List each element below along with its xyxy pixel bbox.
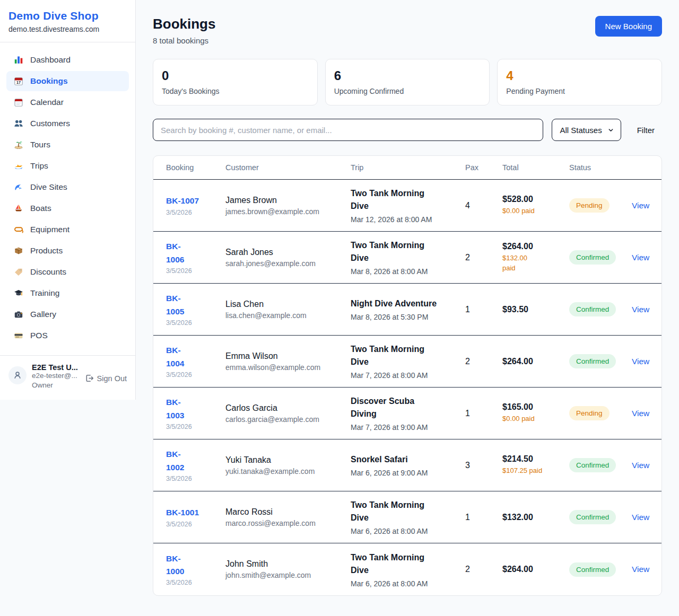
view-link[interactable]: View bbox=[632, 409, 649, 418]
search-input[interactable] bbox=[153, 119, 543, 141]
brand-block: Demo Dive Shop demo.test.divestreams.com bbox=[0, 0, 135, 42]
user-info: E2E Test U... e2e-tester@... Owner bbox=[32, 363, 80, 389]
island-icon bbox=[14, 140, 23, 149]
brand-name: Demo Dive Shop bbox=[8, 10, 127, 22]
customer-email: lisa.chen@example.com bbox=[225, 311, 351, 320]
booking-id-link[interactable]: BK- 1004 bbox=[166, 344, 225, 369]
user-role: Owner bbox=[32, 381, 80, 389]
users-icon bbox=[14, 119, 23, 128]
total-cell: $214.50 $107.25 paid bbox=[502, 454, 569, 476]
customer-email: james.brown@example.com bbox=[225, 207, 351, 216]
sidebar-item-discounts[interactable]: Discounts bbox=[6, 262, 129, 282]
pax-cell: 1 bbox=[465, 409, 502, 418]
booking-id-link[interactable]: BK- 1002 bbox=[166, 448, 225, 473]
view-link[interactable]: View bbox=[632, 461, 649, 470]
status-select[interactable]: All Statuses bbox=[552, 119, 621, 141]
trip-date: Mar 7, 2026 at 8:00 AM bbox=[351, 371, 465, 380]
stat-label: Upcoming Confirmed bbox=[334, 87, 481, 95]
sidebar-item-dive-sites[interactable]: Dive Sites bbox=[6, 177, 129, 197]
view-link[interactable]: View bbox=[632, 201, 649, 210]
filter-row: All Statuses Filter bbox=[153, 119, 662, 141]
column-header-status: Status bbox=[569, 163, 632, 172]
sign-out-button[interactable]: Sign Out bbox=[85, 374, 127, 383]
booking-id-link[interactable]: BK- 1000 bbox=[166, 552, 225, 578]
sidebar-item-dashboard[interactable]: Dashboard bbox=[6, 50, 129, 70]
status-cell: Confirmed bbox=[569, 510, 632, 524]
credit-card-icon bbox=[14, 331, 23, 340]
stat-card: 0Today's Bookings bbox=[153, 59, 318, 105]
pax-cell: 1 bbox=[465, 513, 502, 522]
status-badge: Confirmed bbox=[569, 510, 616, 524]
status-badge: Confirmed bbox=[569, 562, 616, 577]
stat-label: Today's Bookings bbox=[162, 87, 309, 95]
status-cell: Pending bbox=[569, 198, 632, 213]
customer-name: Yuki Tanaka bbox=[225, 455, 351, 465]
customer-email: carlos.garcia@example.com bbox=[225, 415, 351, 424]
sidebar-item-label: Boats bbox=[30, 204, 51, 213]
customer-cell: Lisa Chen lisa.chen@example.com bbox=[225, 300, 351, 320]
stat-value: 4 bbox=[506, 68, 653, 83]
view-link[interactable]: View bbox=[632, 357, 649, 366]
sidebar-item-trips[interactable]: Trips bbox=[6, 156, 129, 176]
sidebar-item-tours[interactable]: Tours bbox=[6, 135, 129, 155]
total-amount: $264.00 bbox=[502, 565, 569, 574]
booking-id-link[interactable]: BK-1001 bbox=[166, 506, 225, 519]
pax-cell: 2 bbox=[465, 253, 502, 262]
sidebar-item-calendar[interactable]: Calendar bbox=[6, 92, 129, 112]
sidebar-item-label: Bookings bbox=[30, 76, 68, 86]
app-shell: Demo Dive Shop demo.test.divestreams.com… bbox=[0, 0, 679, 613]
view-link[interactable]: View bbox=[632, 305, 649, 314]
avatar bbox=[8, 366, 27, 384]
sidebar-item-gallery[interactable]: Gallery bbox=[6, 304, 129, 324]
booking-id-link[interactable]: BK- 1005 bbox=[166, 292, 225, 318]
booking-cell: BK- 1004 3/5/2026 bbox=[166, 344, 225, 378]
trip-date: Mar 6, 2026 at 8:00 AM bbox=[351, 579, 465, 588]
table-header-row: BookingCustomerTripPaxTotalStatus bbox=[153, 156, 661, 180]
view-link[interactable]: View bbox=[632, 565, 649, 574]
graduation-cap-icon bbox=[14, 288, 23, 298]
total-cell: $264.00 bbox=[502, 565, 569, 574]
sidebar-item-products[interactable]: Products bbox=[6, 241, 129, 261]
customer-email: emma.wilson@example.com bbox=[225, 363, 351, 372]
paid-amount: $0.00 paid bbox=[502, 414, 569, 424]
booking-id-link[interactable]: BK- 1006 bbox=[166, 240, 225, 266]
status-select-value: All Statuses bbox=[560, 126, 602, 135]
view-link[interactable]: View bbox=[632, 253, 649, 262]
status-badge: Confirmed bbox=[569, 302, 616, 316]
sidebar-item-customers[interactable]: Customers bbox=[6, 113, 129, 134]
sidebar-item-boats[interactable]: Boats bbox=[6, 198, 129, 218]
total-cell: $132.00 bbox=[502, 513, 569, 522]
trip-name: Night Dive Adventure bbox=[351, 297, 465, 310]
trip-date: Mar 6, 2026 at 8:00 AM bbox=[351, 527, 465, 535]
booking-date: 3/5/2026 bbox=[166, 475, 225, 482]
table-row: BK- 1000 3/5/2026 John Smith john.smith@… bbox=[153, 543, 661, 595]
sidebar-item-bookings[interactable]: 17Bookings bbox=[6, 71, 129, 91]
status-cell: Confirmed bbox=[569, 562, 632, 577]
view-link[interactable]: View bbox=[632, 513, 649, 522]
trip-date: Mar 8, 2026 at 8:00 AM bbox=[351, 267, 465, 276]
booking-id-link[interactable]: BK-1007 bbox=[166, 195, 225, 207]
booking-date: 3/5/2026 bbox=[166, 371, 225, 379]
sidebar-item-label: Gallery bbox=[30, 310, 56, 319]
customer-name: James Brown bbox=[225, 196, 351, 205]
stat-value: 6 bbox=[334, 68, 481, 83]
new-booking-button[interactable]: New Booking bbox=[595, 16, 662, 37]
sidebar-item-pos[interactable]: POS bbox=[6, 325, 129, 346]
svg-text:17: 17 bbox=[16, 80, 21, 85]
trip-date: Mar 8, 2026 at 5:30 PM bbox=[351, 313, 465, 321]
sign-out-icon bbox=[85, 374, 94, 383]
sidebar-item-label: Trips bbox=[30, 161, 48, 171]
sidebar-item-label: Products bbox=[30, 246, 63, 256]
camera-icon bbox=[14, 310, 23, 319]
sidebar-item-training[interactable]: Training bbox=[6, 283, 129, 303]
customer-name: Marco Rossi bbox=[225, 507, 351, 517]
sidebar-item-label: Equipment bbox=[30, 225, 69, 234]
customer-name: Lisa Chen bbox=[225, 300, 351, 309]
paid-amount: $0.00 paid bbox=[502, 206, 569, 216]
booking-id-link[interactable]: BK- 1003 bbox=[166, 396, 225, 421]
brand-domain: demo.test.divestreams.com bbox=[8, 25, 127, 33]
pax-cell: 3 bbox=[465, 461, 502, 470]
sidebar-item-equipment[interactable]: Equipment bbox=[6, 219, 129, 240]
pax-cell: 2 bbox=[465, 357, 502, 366]
filter-button[interactable]: Filter bbox=[630, 126, 662, 135]
